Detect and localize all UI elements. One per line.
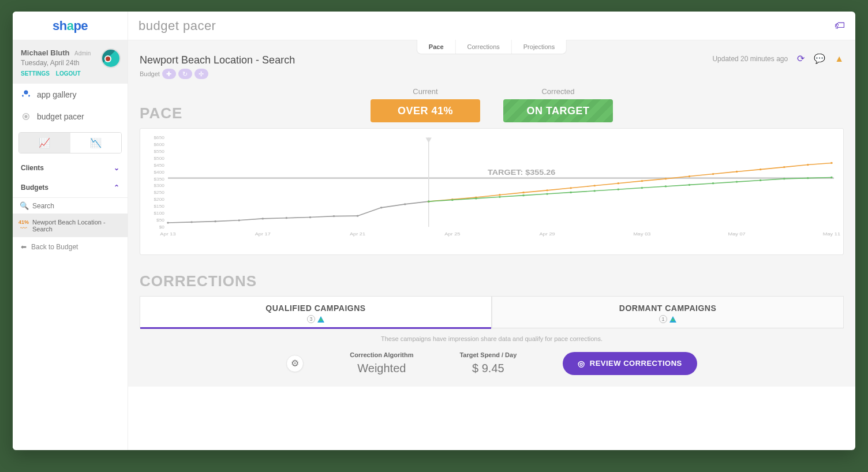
- svg-point-20: [167, 222, 169, 223]
- refresh-icon[interactable]: ⟳: [797, 53, 805, 64]
- svg-text:May 07: May 07: [728, 231, 746, 236]
- trend-up-icon: 〰: [20, 225, 27, 232]
- nav-budget-pacer[interactable]: budget pacer: [13, 106, 128, 128]
- svg-text:$300: $300: [154, 183, 164, 188]
- svg-point-38: [570, 187, 572, 189]
- chat-icon[interactable]: 💬: [814, 53, 825, 64]
- current-label: Current: [371, 87, 480, 96]
- svg-point-51: [451, 199, 454, 201]
- trend-down-button[interactable]: 📉: [70, 133, 122, 153]
- apps-icon: [21, 89, 31, 100]
- tab-dormant-campaigns[interactable]: DORMANT CAMPAIGNS 1: [492, 296, 844, 328]
- user-name: Michael Bluth: [21, 48, 70, 57]
- clients-section[interactable]: Clients ⌄: [13, 158, 128, 178]
- tab-pace[interactable]: Pace: [417, 40, 456, 54]
- warning-icon[interactable]: ▲: [835, 54, 844, 64]
- back-arrow-icon: ⬅: [21, 243, 27, 251]
- tab-qualified-campaigns[interactable]: QUALIFIED CAMPAIGNS 3: [140, 296, 492, 328]
- app-brand: budget pacer: [139, 18, 216, 33]
- svg-text:Apr 25: Apr 25: [444, 231, 460, 236]
- settings-link[interactable]: SETTINGS: [21, 70, 50, 77]
- pace-title: PACE: [140, 104, 182, 122]
- svg-point-47: [783, 166, 785, 168]
- svg-point-41: [641, 180, 643, 182]
- chevron-down-icon: ⌄: [114, 164, 119, 172]
- svg-text:May 03: May 03: [633, 231, 651, 236]
- svg-point-64: [760, 179, 762, 181]
- count-badge: 3: [307, 315, 315, 323]
- svg-point-58: [617, 189, 619, 190]
- svg-text:$250: $250: [154, 190, 164, 195]
- back-label: Back to Budget: [31, 243, 78, 251]
- svg-point-65: [783, 178, 785, 179]
- user-role: Admin: [74, 50, 91, 57]
- pace-chart: $0$50$100$150$200$250$300$350$400$450$50…: [140, 128, 844, 255]
- svg-text:Apr 17: Apr 17: [255, 231, 271, 236]
- svg-point-45: [736, 171, 738, 173]
- adwords-icon: [669, 316, 676, 323]
- svg-point-28: [357, 215, 359, 217]
- svg-point-55: [546, 193, 548, 194]
- pill-refresh-icon[interactable]: ↻: [178, 69, 192, 79]
- pill-plus-icon[interactable]: ✚: [162, 69, 176, 79]
- trend-toggle: 📈 📉: [18, 132, 122, 153]
- svg-text:May 11: May 11: [823, 231, 841, 236]
- button-label: REVIEW CORRECTIONS: [590, 359, 682, 368]
- budget-list-item[interactable]: 41% 〰 Newport Beach Location - Search: [13, 214, 128, 237]
- trend-up-button[interactable]: 📈: [19, 133, 70, 153]
- svg-text:Apr 21: Apr 21: [350, 231, 365, 236]
- tab-projections[interactable]: Projections: [512, 40, 566, 54]
- count-badge: 1: [659, 315, 667, 323]
- budget-label: Budget: [140, 70, 160, 77]
- user-panel: Michael Bluth Admin Tuesday, April 24th …: [13, 40, 128, 84]
- svg-text:Apr 13: Apr 13: [160, 231, 175, 236]
- svg-text:$550: $550: [154, 149, 164, 153]
- nav-label: budget pacer: [37, 112, 84, 121]
- svg-marker-19: [426, 137, 432, 143]
- svg-point-49: [830, 162, 833, 164]
- adwords-icon: [317, 316, 324, 323]
- review-corrections-button[interactable]: ◎ REVIEW CORRECTIONS: [563, 352, 697, 375]
- svg-text:TARGET: $355.26: TARGET: $355.26: [488, 168, 556, 177]
- target-icon: ◎: [578, 359, 585, 368]
- svg-point-27: [333, 215, 335, 217]
- svg-point-66: [807, 177, 809, 179]
- svg-text:$150: $150: [154, 204, 164, 209]
- main: budget pacer 🏷 Pace Corrections Projecti…: [128, 12, 855, 450]
- back-to-budget[interactable]: ⬅ Back to Budget: [13, 237, 128, 257]
- algo-value: Weighted: [350, 362, 413, 375]
- target-spend-value: $ 9.45: [459, 362, 517, 375]
- section-label: Clients: [21, 164, 44, 172]
- svg-point-36: [522, 192, 525, 193]
- tab-corrections[interactable]: Corrections: [456, 40, 512, 54]
- svg-point-62: [712, 182, 714, 184]
- tag-icon[interactable]: 🏷: [835, 20, 845, 32]
- pill-move-icon[interactable]: ✢: [194, 69, 208, 79]
- campaign-note: These campaigns have impression share da…: [140, 335, 844, 342]
- status-corrected: ON TARGET: [503, 99, 613, 122]
- chevron-up-icon: ⌃: [114, 183, 119, 192]
- svg-point-53: [499, 196, 501, 198]
- svg-text:$600: $600: [154, 142, 164, 147]
- budgets-section[interactable]: Budgets ⌃: [13, 178, 128, 197]
- campaign-tabs: QUALIFIED CAMPAIGNS 3 DORMANT CAMPAIGNS …: [140, 296, 844, 328]
- target-icon: [21, 111, 31, 122]
- svg-point-46: [760, 168, 762, 170]
- svg-text:$400: $400: [154, 170, 164, 174]
- logout-link[interactable]: LOGOUT: [56, 70, 81, 77]
- svg-text:$50: $50: [156, 218, 164, 222]
- svg-point-61: [689, 184, 691, 186]
- svg-text:$350: $350: [154, 177, 164, 181]
- svg-text:$0: $0: [159, 224, 164, 229]
- svg-point-48: [807, 164, 809, 166]
- section-label: Budgets: [21, 183, 48, 192]
- nav-app-gallery[interactable]: app gallery: [13, 84, 128, 106]
- svg-point-1: [25, 115, 27, 118]
- corrections-summary: ⚙ Correction Algorithm Weighted Target S…: [140, 351, 844, 375]
- avatar[interactable]: [101, 48, 121, 68]
- search-input[interactable]: [32, 202, 121, 210]
- svg-point-59: [641, 187, 643, 189]
- budget-pills: Budget ✚ ↻ ✢: [140, 69, 844, 79]
- settings-gear-button[interactable]: ⚙: [286, 355, 304, 372]
- svg-point-63: [736, 181, 738, 182]
